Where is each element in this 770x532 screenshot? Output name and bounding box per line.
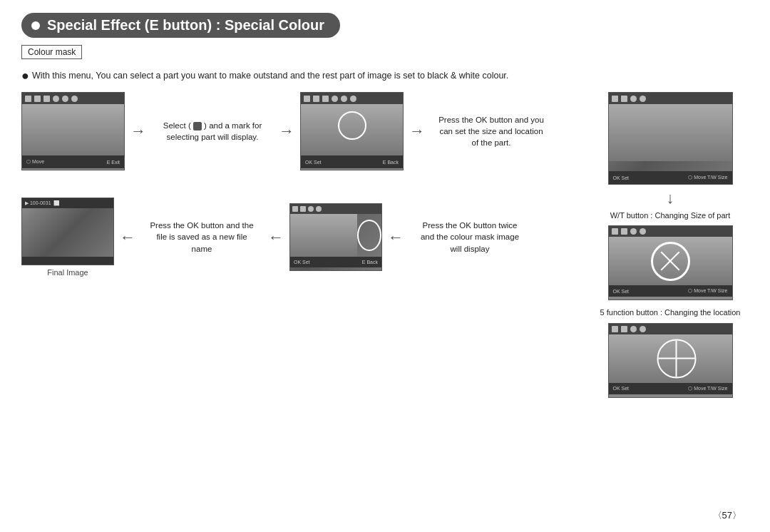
title-bar: Special Effect (E button) : Special Colo… xyxy=(21,13,340,38)
final-image-label: Final Image xyxy=(47,268,88,277)
right-mid-image: OK Set ⬡ Move T/W Size xyxy=(608,225,733,300)
arrow4-left: ← xyxy=(120,228,135,247)
step3-screen: OK Set E Back xyxy=(289,203,382,271)
arrow5-left: ← xyxy=(268,228,284,247)
step2-screen: Color Mask OK Set E Back xyxy=(300,92,404,170)
right-bottom-image: OK Set ⬡ Move T/W Size xyxy=(608,323,733,398)
right-column: OK Set ⬡ Move T/W Size ↓ W/T button : Ch… xyxy=(585,92,749,401)
right-top-image: OK Set ⬡ Move T/W Size xyxy=(608,92,733,185)
arrow-down: ↓ xyxy=(667,189,674,208)
title-bullet xyxy=(31,21,40,30)
step4-caption: Press the OK button twice and the colour… xyxy=(416,220,523,254)
intro-text: ● With this menu, You can select a part … xyxy=(21,71,749,82)
page-number: 〈57〉 xyxy=(713,509,741,522)
step2-caption: Press the OK button and you can set the … xyxy=(438,114,545,148)
arrow1-right: → xyxy=(130,122,146,140)
page-title: Special Effect (E button) : Special Colo… xyxy=(47,17,324,34)
bullet-dot: ● xyxy=(21,69,29,82)
arrow2-right: → xyxy=(279,122,294,140)
final-image-screen: ▶ 100-0031 ⬜ xyxy=(21,198,114,265)
arrow6-left: ← xyxy=(388,228,404,247)
step1-caption: Select ( ) and a mark for selecting part… xyxy=(159,120,266,143)
step3-caption: Press the OK button and the file is save… xyxy=(148,220,255,254)
step1-screen: SPECIAL COLOR ⬡ Move E Exit xyxy=(21,92,125,170)
fn-caption: 5 function button : Changing the locatio… xyxy=(600,307,741,318)
colour-mask-badge: Colour mask xyxy=(21,45,82,59)
wt-caption: W/T button : Changing Size of part xyxy=(610,210,731,221)
right-top-bottom-bar: OK Set ⬡ Move T/W Size xyxy=(609,171,732,184)
arrow3-right: → xyxy=(409,122,425,140)
